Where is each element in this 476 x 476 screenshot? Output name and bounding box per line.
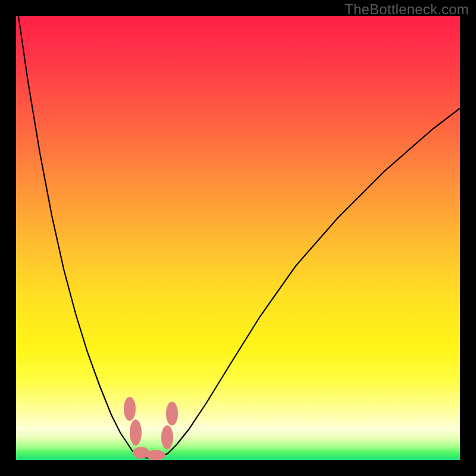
plot-area: [16, 16, 460, 460]
chart-frame: TheBottleneck.com: [0, 0, 476, 476]
blob-right-lower: [161, 425, 173, 449]
blob-right-upper: [166, 402, 178, 425]
blob-valley-2: [146, 450, 165, 460]
blob-left-upper: [124, 397, 136, 421]
bottleneck-curve: [16, 16, 460, 460]
blob-left-lower: [130, 419, 142, 446]
curve-left-branch: [18, 16, 460, 458]
watermark-text: TheBottleneck.com: [345, 1, 469, 18]
